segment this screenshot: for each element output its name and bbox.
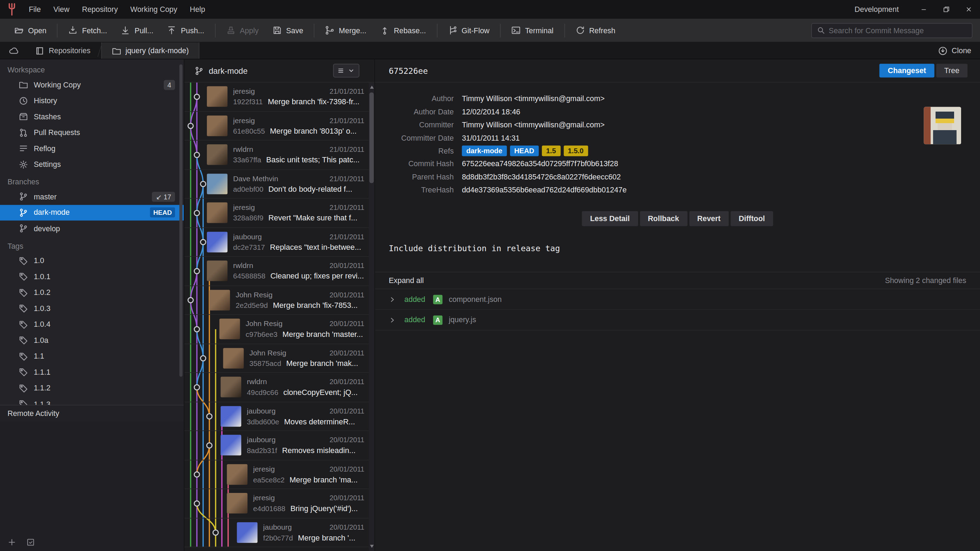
commit-row-text: jaubourg 20/01/2011 3dbd600e Moves deter… [247, 407, 364, 426]
ref-badge[interactable]: 1.5.0 [563, 146, 588, 156]
file-row[interactable]: added A component.json [375, 289, 980, 310]
scrollbar-thumb[interactable] [369, 92, 374, 183]
maximize-button[interactable] [935, 0, 957, 19]
field-value: 8d8db3f2b3f8c3d41854726c8a0227f6deecc602 [462, 173, 621, 181]
git-flow-button[interactable]: Git-Flow [441, 22, 496, 39]
chevron-right-icon[interactable] [389, 317, 396, 324]
detail-action-button[interactable]: Difftool [730, 211, 773, 226]
detail-action-button[interactable]: Less Detail [582, 211, 638, 226]
rebase-button[interactable]: Rebase... [373, 22, 433, 39]
menu-item[interactable]: View [47, 0, 76, 19]
search-input[interactable] [829, 26, 967, 35]
behind-count-badge: ↙ 17 [152, 192, 175, 202]
sidebar-item-tag[interactable]: 1.1 [0, 348, 184, 365]
commit-row[interactable]: jaubourg 20/01/2011 8ad2b31f Removes mis… [185, 431, 374, 460]
sidebar-item-tag[interactable]: 1.0.3 [0, 300, 184, 317]
menu-item[interactable]: File [22, 0, 47, 19]
commit-row[interactable]: John Resig 20/01/2011 35875acd Merge bra… [185, 344, 374, 373]
remotes-cloud-icon[interactable] [0, 42, 28, 59]
expand-all-button[interactable]: Expand all [389, 276, 424, 285]
tag-label: 1.0.4 [33, 320, 50, 329]
commit-row[interactable]: jaubourg 20/01/2011 3dbd600e Moves deter… [185, 402, 374, 431]
ref-badge[interactable]: 1.5 [542, 146, 560, 156]
commit-row[interactable]: jeresig 21/01/2011 61e80c55 Merge branch… [185, 111, 374, 141]
sidebar-item-tag[interactable]: 1.0.2 [0, 284, 184, 300]
commit-row[interactable]: rwldrn 21/01/2011 33a67ffa Basic unit te… [185, 141, 374, 170]
ref-badge[interactable]: HEAD [510, 146, 539, 156]
commit-search-box[interactable] [811, 23, 973, 38]
merge-button[interactable]: Merge... [318, 22, 373, 39]
sidebar-item-branch-dark-mode[interactable]: dark-mode HEAD [0, 205, 184, 221]
clone-button[interactable]: Clone [929, 42, 980, 59]
commit-row-text: jeresig 21/01/2011 61e80c55 Merge branch… [233, 116, 364, 135]
sidebar-item-tag[interactable]: 1.0 [0, 252, 184, 269]
changeset-tab[interactable]: Changeset [880, 64, 934, 77]
sidebar-item-branch-master[interactable]: master ↙ 17 [0, 189, 184, 205]
save-floppy-icon [272, 25, 282, 35]
scroll-down-arrow[interactable] [370, 545, 374, 548]
terminal-button[interactable]: Terminal [504, 22, 560, 39]
commit-row[interactable]: jaubourg 21/01/2011 dc2e7317 Replaces "t… [185, 228, 374, 257]
commit-message: Basic unit tests; This patc... [266, 156, 360, 164]
tag-label: 1.0.2 [33, 288, 50, 297]
detail-action-button[interactable]: Revert [689, 211, 729, 226]
sidebar-item-settings[interactable]: Settings [0, 156, 184, 173]
scroll-up-arrow[interactable] [370, 86, 374, 89]
branch-label: dark-mode [33, 208, 69, 217]
sidebar-item-tag[interactable]: 1.1.3 [0, 396, 184, 405]
commit-row[interactable]: jeresig 21/01/2011 1922f311 Merge branch… [185, 83, 374, 111]
close-button[interactable] [958, 0, 980, 19]
menu-item[interactable]: Help [183, 0, 212, 19]
sidebar-item-tag[interactable]: 1.1.2 [0, 380, 184, 396]
sidebar-item-history[interactable]: History [0, 93, 184, 109]
sidebar-item-working-copy[interactable]: Working Copy 4 [0, 77, 184, 93]
tree-tab[interactable]: Tree [936, 64, 968, 77]
sidebar-item-tag[interactable]: 1.0.1 [0, 269, 184, 285]
push-button[interactable]: Push... [160, 22, 211, 39]
sidebar-item-branch-develop[interactable]: develop [0, 221, 184, 237]
commit-row[interactable]: John Resig 20/01/2011 c97b6ee3 Merge bra… [185, 315, 374, 344]
commit-row[interactable]: jeresig 20/01/2011 e4d01688 Bring jQuery… [185, 489, 374, 518]
sidebar-item-stashes[interactable]: Stashes [0, 109, 184, 125]
sidebar-scrollbar-thumb[interactable] [180, 64, 183, 377]
refresh-button[interactable]: Refresh [568, 22, 622, 39]
file-row[interactable]: added A jquery.js [375, 310, 980, 330]
avatar [221, 406, 241, 426]
sidebar-item-pull-requests[interactable]: Pull Requests [0, 125, 184, 141]
checkbox-icon[interactable] [26, 538, 35, 547]
commit-row-text: Dave Methvin 21/01/2011 ad0ebf00 Don't d… [233, 174, 364, 194]
breadcrumb-repositories[interactable]: Repositories [28, 42, 98, 59]
commit-message: cloneCopyEvent; jQ... [283, 388, 357, 397]
commit-date: 21/01/2011 [325, 116, 364, 124]
detail-action-buttons: Less Detail Rollback Revert Difftool [375, 211, 980, 226]
commit-hash: ad0ebf00 [233, 185, 263, 193]
commit-row[interactable]: Dave Methvin 21/01/2011 ad0ebf00 Don't d… [185, 170, 374, 199]
commit-row[interactable]: jeresig 20/01/2011 ea5ce8c2 Merge branch… [185, 460, 374, 489]
commit-row[interactable]: jeresig 21/01/2011 328a86f9 Revert "Make… [185, 199, 374, 228]
commit-list-scrollbar[interactable] [369, 83, 374, 551]
account-name[interactable]: Development [841, 5, 912, 14]
save-button[interactable]: Save [266, 22, 310, 39]
changed-files-list: added A component.json added A jquery.js [375, 289, 980, 330]
sidebar-item-tag[interactable]: 1.0.4 [0, 316, 184, 332]
detail-action-button[interactable]: Rollback [640, 211, 687, 226]
tab-jquery-dark-mode[interactable]: jquery (dark-mode) [101, 42, 199, 59]
commit-row[interactable]: John Resig 20/01/2011 2e2d5e9d Merge bra… [185, 286, 374, 315]
commit-row[interactable]: rwldrn 20/01/2011 49cd9c66 cloneCopyEven… [185, 373, 374, 402]
commit-list-options-button[interactable] [333, 64, 360, 77]
open-button[interactable]: Open [7, 22, 53, 39]
menu-item[interactable]: Repository [76, 0, 124, 19]
fetch-button[interactable]: Fetch... [62, 22, 114, 39]
sidebar-scrollbar[interactable] [180, 63, 183, 400]
ref-badge[interactable]: dark-mode [462, 146, 507, 156]
sidebar-item-tag[interactable]: 1.1.1 [0, 364, 184, 380]
pull-button[interactable]: Pull... [114, 22, 160, 39]
chevron-right-icon[interactable] [389, 296, 396, 303]
sidebar-item-tag[interactable]: 1.0a [0, 332, 184, 348]
commit-row[interactable]: jaubourg 20/01/2011 f2b0c77d Merge branc… [185, 518, 374, 547]
menu-item[interactable]: Working Copy [124, 0, 183, 19]
add-button[interactable] [7, 538, 16, 547]
minimize-button[interactable] [912, 0, 935, 19]
sidebar-item-reflog[interactable]: Reflog [0, 141, 184, 157]
commit-row[interactable]: rwldrn 20/01/2011 64588858 Cleaned up; f… [185, 257, 374, 286]
